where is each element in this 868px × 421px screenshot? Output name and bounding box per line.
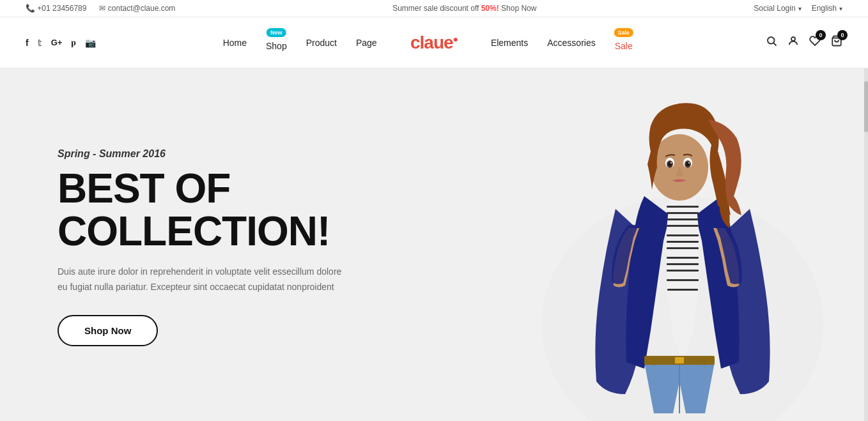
facebook-icon[interactable]: f: [26, 38, 29, 48]
nav-product[interactable]: Product: [306, 38, 337, 48]
twitter-icon[interactable]: 𝕥: [38, 38, 42, 48]
instagram-icon[interactable]: 📷: [85, 38, 96, 48]
svg-rect-13: [667, 263, 699, 265]
nav-sale[interactable]: Sale Sale: [615, 34, 633, 51]
account-button[interactable]: [787, 35, 799, 50]
svg-rect-14: [667, 270, 699, 272]
hero-content: Spring - Summer 2016 BEST OF COLLECTION!…: [0, 148, 415, 347]
logo-dot: ●: [453, 33, 458, 43]
nav-right-icons: 0 0: [766, 35, 842, 50]
svg-point-0: [768, 37, 775, 44]
hero-image: [497, 68, 868, 421]
phone-info: 📞 +01 23456789: [26, 4, 86, 13]
shop-now-button[interactable]: Shop Now: [58, 315, 158, 346]
hero-title: BEST OF COLLECTION!: [58, 167, 415, 253]
navbar: f 𝕥 G+ 𝐩 📷 Home New Shop Product Page cl…: [0, 17, 868, 68]
scroll-indicator: [864, 68, 868, 421]
phone-icon: 📞: [26, 4, 35, 13]
svg-rect-10: [667, 241, 699, 243]
search-button[interactable]: [766, 35, 777, 50]
nav-links-right: Elements Accessories Sale Sale: [491, 34, 633, 51]
svg-rect-8: [667, 225, 699, 227]
site-logo[interactable]: claue●: [410, 33, 458, 53]
pinterest-icon[interactable]: 𝐩: [71, 37, 76, 48]
svg-line-1: [773, 43, 776, 45]
hero-subtitle: Spring - Summer 2016: [58, 148, 415, 160]
svg-rect-16: [667, 289, 698, 291]
googleplus-icon[interactable]: G+: [51, 38, 63, 47]
svg-rect-5: [667, 206, 699, 208]
nav-accessories[interactable]: Accessories: [547, 38, 595, 48]
svg-point-2: [791, 37, 795, 41]
model-illustration: [497, 68, 868, 421]
nav-home[interactable]: Home: [223, 38, 247, 48]
cart-count: 0: [837, 30, 848, 40]
nav-shop[interactable]: New Shop: [266, 34, 287, 51]
hero-section: Spring - Summer 2016 BEST OF COLLECTION!…: [0, 68, 868, 421]
top-bar-left: 📞 +01 23456789 ✉ contact@claue.com: [26, 4, 175, 13]
svg-rect-28: [675, 357, 684, 364]
svg-point-25: [688, 162, 690, 164]
email-icon: ✉: [99, 4, 105, 13]
hero-description: Duis aute irure dolor in reprehenderit i…: [58, 264, 377, 295]
nav-page[interactable]: Page: [356, 38, 377, 48]
sale-percent: 50%!: [481, 4, 499, 13]
cart-button[interactable]: 0: [831, 35, 842, 50]
social-icons-group: f 𝕥 G+ 𝐩 📷: [26, 37, 96, 48]
top-bar: 📞 +01 23456789 ✉ contact@claue.com Summe…: [0, 0, 868, 17]
svg-rect-12: [667, 257, 699, 259]
logo-text: claue: [410, 33, 453, 52]
svg-rect-11: [667, 247, 699, 249]
svg-rect-15: [667, 279, 699, 281]
email-info: ✉ contact@claue.com: [99, 4, 175, 13]
svg-rect-9: [667, 234, 699, 236]
sale-badge: Sale: [614, 28, 633, 37]
top-bar-announcement: Summer sale discount off 50%! Shop Now: [175, 4, 754, 13]
announcement-shop-now-link[interactable]: Shop Now: [501, 4, 536, 13]
social-login-dropdown[interactable]: Social Login: [754, 4, 801, 13]
scroll-thumb: [864, 81, 868, 132]
nav-links: Home New Shop Product Page: [223, 34, 377, 51]
svg-rect-7: [667, 218, 699, 220]
nav-elements[interactable]: Elements: [491, 38, 528, 48]
language-dropdown[interactable]: English: [812, 4, 842, 13]
shop-new-badge: New: [267, 28, 286, 37]
top-bar-right: Social Login English: [754, 4, 842, 13]
wishlist-button[interactable]: 0: [809, 35, 821, 50]
svg-point-21: [670, 162, 672, 164]
svg-rect-6: [667, 212, 699, 214]
wishlist-count: 0: [816, 30, 826, 40]
